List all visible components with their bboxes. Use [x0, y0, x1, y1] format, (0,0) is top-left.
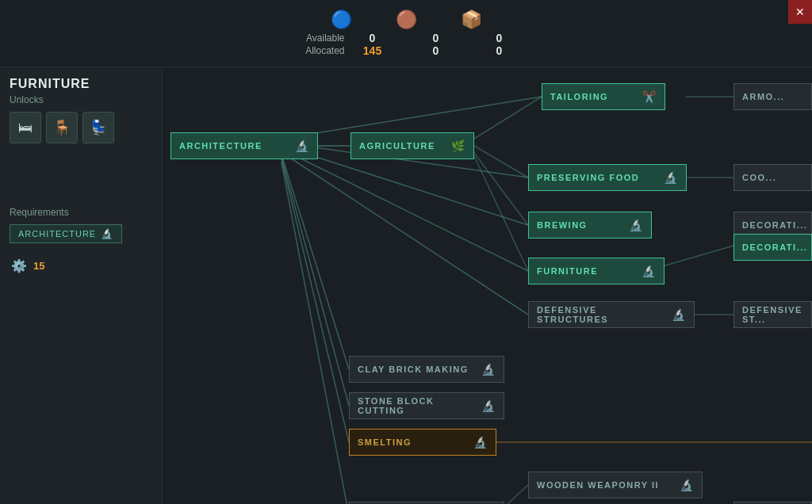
architecture-icon: 🔬	[295, 139, 310, 152]
available-val-1: 0	[353, 32, 393, 44]
defensive-structures-label: DEFENSIVE STRUCTURES	[537, 305, 665, 324]
allocated-label: Allocated	[293, 45, 345, 56]
svg-line-4	[282, 149, 528, 271]
tech-node-wooden-weaponry-2[interactable]: WOODEN WEAPONRY II 🔬	[528, 472, 703, 498]
resource-icon-2: 🟤	[396, 10, 417, 30]
allocated-val-3: 0	[480, 44, 519, 57]
furniture-icon: 🔬	[642, 265, 657, 277]
unlocks-label: Unlocks	[10, 94, 152, 105]
close-icon: ✕	[795, 6, 805, 18]
svg-line-10	[474, 97, 542, 139]
tech-node-stone-block[interactable]: STONE BLOCK CUTTING 🔬	[349, 392, 504, 419]
req-resource: ⚙️ 15	[10, 256, 152, 275]
tech-node-clay-brick[interactable]: CLAY BRICK MAKING 🔬	[349, 356, 504, 383]
available-val-2: 0	[416, 32, 456, 44]
unlock-icon-3[interactable]: 💺	[82, 112, 114, 143]
left-panel: FURNITURE Unlocks 🛏 🪑 💺 Requirements ARC…	[0, 67, 163, 504]
brewing-icon: 🔬	[629, 219, 644, 231]
tech-node-cooking[interactable]: COO...	[733, 164, 812, 191]
tech-node-armor[interactable]: ARMO...	[733, 83, 812, 110]
unlock-icon-2[interactable]: 🪑	[46, 112, 78, 143]
wooden-weaponry-2-label: WOODEN WEAPONRY II	[537, 480, 673, 490]
resource-icons-row: 🔵 🟤 📦	[331, 10, 482, 30]
clay-brick-icon: 🔬	[481, 363, 496, 376]
tech-node-tailoring[interactable]: TAILORING ✂️	[542, 83, 665, 110]
brewing-label: BREWING	[537, 220, 622, 230]
available-label: Available	[293, 32, 345, 44]
allocated-row: Allocated 145 0 0	[293, 44, 519, 57]
svg-line-7	[282, 157, 349, 406]
allocated-val-1: 145	[353, 44, 393, 57]
unlock-icon-1[interactable]: 🛏	[10, 112, 41, 143]
req-resource-icon: ⚙️	[10, 256, 29, 275]
tech-node-decorative2[interactable]: DECORATI...	[733, 234, 812, 261]
tech-node-smelting[interactable]: SMELTING 🔬	[349, 429, 496, 456]
agriculture-icon: 🌿	[451, 139, 466, 152]
tailoring-label: TAILORING	[550, 92, 636, 101]
resource-icon-1: 🔵	[331, 10, 352, 30]
preserving-food-label: PRESERVING FOOD	[537, 173, 657, 182]
architecture-label: ARCHITECTURE	[179, 141, 289, 151]
req-node-label: ARCHITECTURE	[18, 229, 96, 239]
req-resource-count: 15	[33, 260, 44, 272]
furniture-label: FURNITURE	[537, 266, 635, 276]
smelting-label: SMELTING	[358, 437, 467, 447]
resource-icon-3: 📦	[461, 10, 482, 30]
tech-node-agriculture[interactable]: AGRICULTURE 🌿	[350, 132, 474, 159]
unlock-icons: 🛏 🪑 💺	[10, 112, 152, 143]
wooden-weaponry-2-icon: 🔬	[680, 479, 695, 491]
smelting-icon: 🔬	[473, 436, 488, 449]
requirements-label: Requirements	[10, 207, 152, 218]
tech-node-defensive-st2[interactable]: DEFENSIVE ST...	[733, 301, 812, 328]
tech-node-defensive-structures[interactable]: DEFENSIVE STRUCTURES 🔬	[528, 301, 695, 328]
req-node[interactable]: ARCHITECTURE 🔬	[10, 224, 122, 243]
svg-line-8	[282, 159, 349, 442]
available-row: Available 0 0 0	[293, 32, 519, 44]
agriculture-label: AGRICULTURE	[359, 141, 445, 151]
panel-title: FURNITURE	[10, 77, 152, 91]
svg-line-9	[282, 162, 349, 504]
main-canvas: ARCHITECTURE 🔬 AGRICULTURE 🌿 TAILORING ✂…	[163, 67, 812, 504]
armor-label: ARMO...	[742, 92, 784, 101]
clay-brick-label: CLAY BRICK MAKING	[358, 365, 475, 374]
allocated-val-2: 0	[416, 44, 456, 57]
close-button[interactable]: ✕	[788, 0, 812, 24]
decorative2-label: DECORATI...	[742, 242, 807, 252]
top-bar: 🔵 🟤 📦 Available 0 0 0 Allocated 145 0 0	[0, 0, 812, 67]
resource-header: 🔵 🟤 📦 Available 0 0 0 Allocated 145 0 0	[293, 10, 519, 57]
req-node-icon: 🔬	[101, 228, 113, 239]
defensive-st2-label: DEFENSIVE ST...	[742, 305, 803, 324]
tech-node-architecture[interactable]: ARCHITECTURE 🔬	[170, 132, 318, 159]
tech-node-brewing[interactable]: BREWING 🔬	[528, 212, 652, 239]
stone-block-label: STONE BLOCK CUTTING	[358, 396, 475, 415]
tailoring-icon: ✂️	[642, 90, 657, 103]
cooking-label: COO...	[742, 173, 776, 182]
defensive-structures-icon: 🔬	[672, 308, 687, 321]
preserving-food-icon: 🔬	[664, 171, 679, 184]
decorative1-label: DECORATI...	[742, 220, 807, 230]
tech-node-preserving-food[interactable]: PRESERVING FOOD 🔬	[528, 164, 687, 191]
available-val-3: 0	[480, 32, 519, 44]
tech-node-furniture[interactable]: FURNITURE 🔬	[528, 258, 665, 284]
stone-block-icon: 🔬	[481, 399, 496, 412]
